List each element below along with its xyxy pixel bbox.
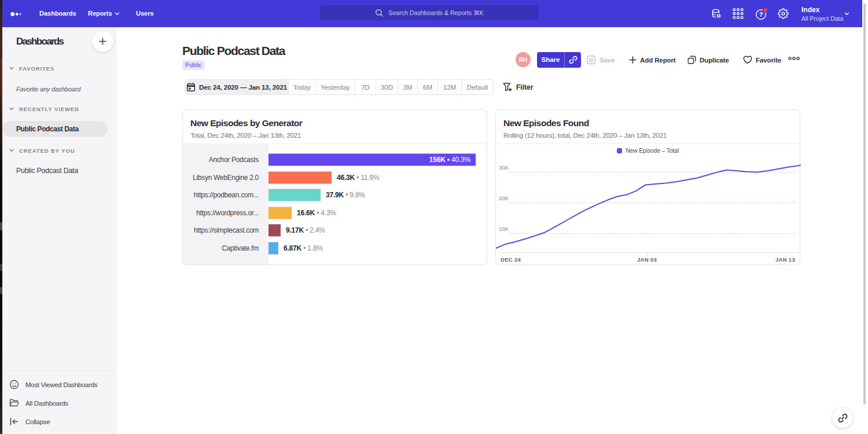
- svg-text:?: ?: [759, 11, 763, 18]
